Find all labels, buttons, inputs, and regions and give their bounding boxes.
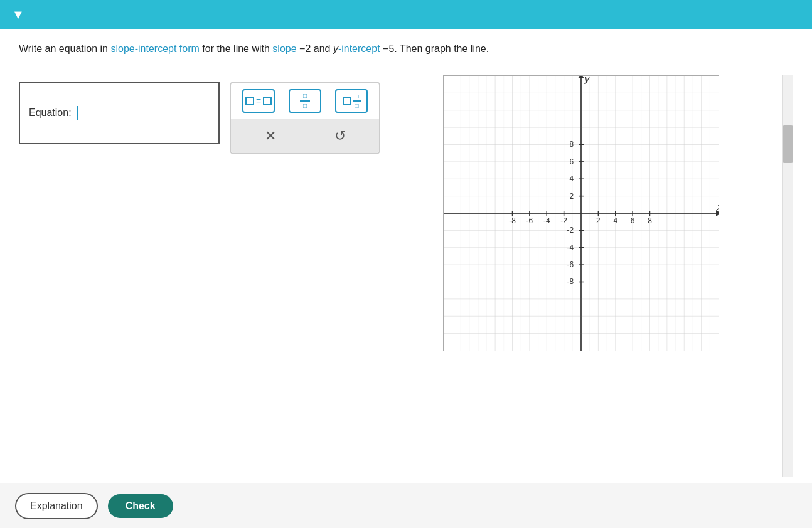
equation-box[interactable]: Equation: xyxy=(19,82,220,144)
eq-sq-left xyxy=(245,97,254,105)
y-variable: y xyxy=(333,43,338,54)
main-content: Write an equation in slope-intercept for… xyxy=(0,29,812,483)
explanation-button[interactable]: Explanation xyxy=(15,493,98,519)
x-label-2: 2 xyxy=(596,216,601,225)
x-label-6: 6 xyxy=(631,216,635,225)
y-axis-label: y xyxy=(584,76,590,84)
y-label-neg2: -2 xyxy=(567,226,574,235)
x-label-8: 8 xyxy=(648,216,652,225)
right-scrollbar[interactable] xyxy=(782,75,793,477)
x-label-4: 4 xyxy=(613,216,617,225)
eq-icon: = xyxy=(245,96,272,106)
mixed-bar xyxy=(353,100,361,102)
work-area: Equation: = xyxy=(19,75,793,477)
input-section: Equation: = xyxy=(19,75,380,154)
equation-cursor xyxy=(77,106,78,120)
mixed-icon: □ □ xyxy=(343,93,361,109)
y-label-neg6: -6 xyxy=(567,260,574,269)
clear-icon: ✕ xyxy=(265,128,276,144)
coordinate-graph[interactable]: -8 -6 -4 -2 2 4 6 8 8 6 4 2 -2 -4 -6 - xyxy=(444,76,719,351)
fraction-button[interactable]: □ □ xyxy=(289,89,321,113)
mixed-den: □ xyxy=(355,102,358,109)
keyboard-top-row: = □ □ xyxy=(231,83,379,119)
y-label-6: 6 xyxy=(569,157,574,166)
top-bar: ▼ xyxy=(0,0,812,29)
problem-middle: for the line with xyxy=(200,43,273,54)
graph-section: -8 -6 -4 -2 2 4 6 8 8 6 4 2 -2 -4 -6 - xyxy=(405,75,757,351)
x-label-neg8: -8 xyxy=(509,216,516,225)
clear-button[interactable]: ✕ xyxy=(254,124,287,148)
y-label-4: 4 xyxy=(569,174,574,183)
eq-sq-right xyxy=(263,97,272,105)
x-label-neg4: -4 xyxy=(543,216,550,225)
mixed-number-button[interactable]: □ □ xyxy=(335,89,368,113)
math-keyboard: = □ □ xyxy=(230,82,380,154)
scrollbar-thumb[interactable] xyxy=(783,125,793,163)
intercept-link[interactable]: -intercept xyxy=(338,43,380,54)
intercept-value: −5. Then graph the line. xyxy=(380,43,489,54)
y-label-8: 8 xyxy=(569,140,574,149)
x-label-neg2: -2 xyxy=(560,216,567,225)
mixed-num: □ xyxy=(355,93,358,100)
slope-value: −2 and xyxy=(297,43,333,54)
y-label-neg4: -4 xyxy=(567,243,574,252)
frac-bar xyxy=(300,100,310,102)
slope-intercept-link[interactable]: slope-intercept form xyxy=(110,43,199,54)
keyboard-bottom-row: ✕ ↺ xyxy=(231,119,379,153)
collapse-button[interactable]: ▼ xyxy=(8,4,29,25)
equation-label: Equation: xyxy=(29,107,72,119)
fraction-icon: □ □ xyxy=(300,93,310,109)
y-label-2: 2 xyxy=(569,192,574,201)
mixed-frac: □ □ xyxy=(353,93,361,109)
y-axis-arrow xyxy=(578,76,584,78)
problem-prefix: Write an equation in xyxy=(19,43,110,54)
footer: Explanation Check xyxy=(0,483,812,528)
mixed-whole xyxy=(343,97,351,105)
problem-statement: Write an equation in slope-intercept for… xyxy=(19,41,793,56)
y-label-neg8: -8 xyxy=(567,277,574,286)
check-button[interactable]: Check xyxy=(108,494,173,518)
undo-icon: ↺ xyxy=(334,128,346,144)
eq-equals: = xyxy=(256,96,261,106)
x-label-neg6: -6 xyxy=(526,216,533,225)
slope-link[interactable]: slope xyxy=(272,43,296,54)
equation-symbol-button[interactable]: = xyxy=(242,89,275,113)
x-axis-label: x xyxy=(717,202,719,212)
undo-button[interactable]: ↺ xyxy=(324,124,356,148)
graph-container[interactable]: -8 -6 -4 -2 2 4 6 8 8 6 4 2 -2 -4 -6 - xyxy=(443,75,719,351)
frac-denominator: □ xyxy=(303,103,307,109)
frac-numerator: □ xyxy=(303,93,307,99)
